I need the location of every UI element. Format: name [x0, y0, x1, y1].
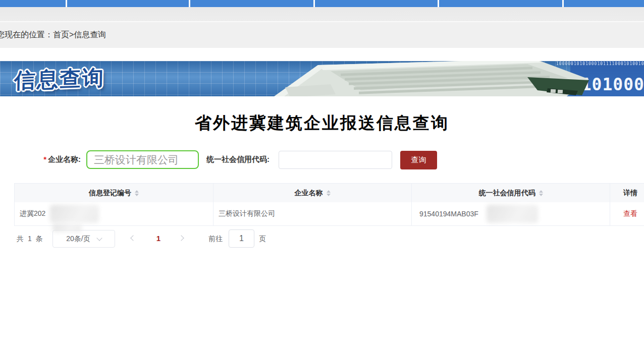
redaction-blur: [487, 205, 538, 223]
total-count-label: 共 1 条: [17, 235, 44, 244]
chevron-down-icon: [96, 235, 102, 241]
results-table: 信息登记编号 企业名称 统一社会信用代码: [14, 183, 644, 226]
laptop-image: [255, 61, 591, 96]
current-page-number[interactable]: 1: [154, 234, 163, 243]
column-header-detail: 详情: [610, 184, 644, 202]
view-detail-link[interactable]: 查看: [623, 209, 637, 218]
sort-ascending-icon[interactable]: [327, 190, 331, 193]
table-body: 进冀202 三桥设计有限公司 91540194MAB03F 查看: [15, 202, 644, 226]
column-header-reg-no[interactable]: 信息登记编号: [15, 184, 213, 202]
redaction-blur: [52, 224, 82, 232]
company-name-label-text: 企业名称:: [48, 155, 81, 163]
table-header: 信息登记编号 企业名称 统一社会信用代码: [15, 184, 644, 202]
column-header-company[interactable]: 企业名称: [213, 184, 412, 202]
cell-reg-no: 进冀202: [15, 202, 213, 225]
nav-segment[interactable]: [315, 0, 438, 7]
cell-company: 三桥设计有限公司: [213, 202, 412, 225]
table-row: 进冀202 三桥设计有限公司 91540194MAB03F 查看: [15, 202, 644, 226]
sort-carets-icon[interactable]: [327, 190, 331, 196]
top-nav-bar: [0, 0, 644, 7]
sort-descending-icon[interactable]: [539, 194, 543, 196]
spacer: [0, 48, 644, 61]
cell-credit-code: 91540194MAB03F: [412, 202, 610, 225]
sort-carets-icon[interactable]: [539, 190, 543, 196]
page-size-value: 20条/页: [66, 235, 90, 244]
sort-ascending-icon[interactable]: [135, 190, 139, 193]
company-name-label: *企业名称:: [0, 155, 81, 164]
column-header-credit-code[interactable]: 统一社会信用代码: [412, 184, 610, 202]
nav-segment[interactable]: [0, 0, 66, 7]
page-size-select[interactable]: 20条/页: [52, 230, 115, 248]
nav-segment[interactable]: [67, 0, 189, 7]
banner: 1000001010100010111100010100101 01101000…: [0, 61, 644, 96]
company-name-input[interactable]: [86, 150, 199, 169]
breadcrumb[interactable]: 您现在的位置：首页>信息查询: [0, 30, 106, 40]
cell-detail: 查看: [610, 202, 644, 225]
prev-page-icon[interactable]: [130, 235, 136, 241]
next-page-icon[interactable]: [178, 235, 184, 241]
sort-ascending-icon[interactable]: [539, 190, 543, 193]
nav-segment[interactable]: [439, 0, 562, 7]
nav-segment[interactable]: [190, 0, 313, 7]
required-asterisk: *: [43, 155, 46, 163]
sort-descending-icon[interactable]: [327, 194, 331, 196]
credit-code-label: 统一社会信用代码:: [206, 155, 270, 164]
sort-descending-icon[interactable]: [135, 194, 139, 196]
banner-title: 信息查询: [14, 64, 105, 95]
credit-code-input[interactable]: [279, 151, 392, 169]
goto-label: 前往: [208, 235, 223, 244]
sort-carets-icon[interactable]: [135, 190, 139, 196]
nav-segment[interactable]: [564, 0, 644, 7]
page-unit-label: 页: [259, 235, 266, 244]
breadcrumb-bar: 您现在的位置：首页>信息查询: [0, 22, 644, 48]
goto-page-input[interactable]: [229, 229, 254, 248]
search-form: *企业名称: 统一社会信用代码: 查询: [0, 150, 644, 169]
header-strip: [0, 7, 644, 22]
query-button[interactable]: 查询: [400, 151, 437, 169]
pagination: 共 1 条 20条/页 1 前往 页: [0, 229, 644, 250]
page-title: 省外进冀建筑企业报送信息查询: [0, 112, 644, 135]
redaction-blur: [50, 205, 99, 223]
